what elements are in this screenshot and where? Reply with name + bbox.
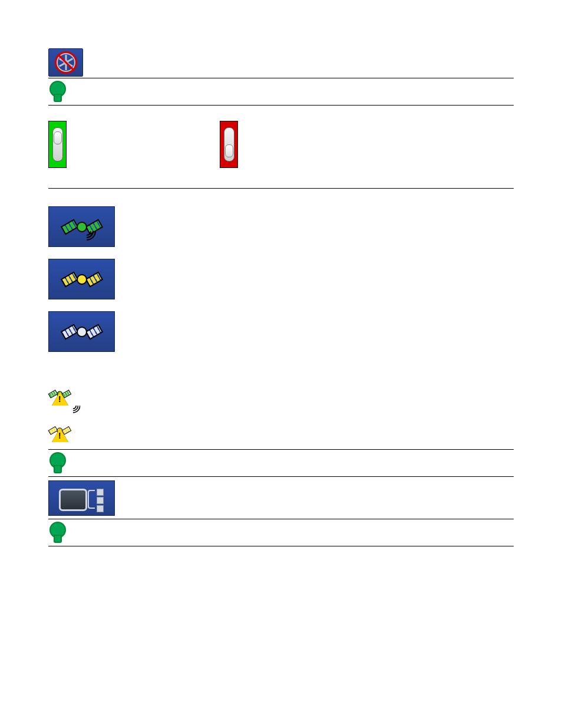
spacer bbox=[48, 413, 514, 423]
page bbox=[0, 0, 562, 570]
spacer bbox=[48, 353, 514, 370]
row-gps-degraded bbox=[48, 258, 514, 301]
satellite-warning-icon bbox=[48, 424, 74, 448]
row-autosteer-off bbox=[48, 47, 514, 78]
row-tip-1 bbox=[48, 78, 514, 106]
lightbulb-icon bbox=[48, 452, 65, 475]
satellite-good-icon bbox=[65, 216, 98, 238]
spacer bbox=[48, 301, 514, 310]
spacer bbox=[48, 189, 514, 205]
row-tip-3 bbox=[48, 519, 514, 546]
device-config-button[interactable] bbox=[48, 480, 115, 516]
satellite-degraded-icon bbox=[65, 268, 98, 291]
remote-switch-on-icon bbox=[52, 127, 63, 162]
gps-status-degraded[interactable] bbox=[48, 259, 115, 299]
satellite-warning-signal-icon bbox=[48, 388, 74, 411]
row-gps-good bbox=[48, 205, 514, 248]
gps-status-nofix[interactable] bbox=[48, 311, 115, 352]
spacer bbox=[48, 248, 514, 258]
remote-switch-off-icon bbox=[224, 127, 234, 162]
satellite-nofix-icon bbox=[65, 321, 98, 343]
lightbulb-icon bbox=[48, 81, 65, 103]
row-remote-switches bbox=[48, 106, 514, 189]
row-gps-warning-signal bbox=[48, 386, 514, 413]
autosteer-off-button[interactable] bbox=[48, 48, 83, 77]
remote-switch-on[interactable] bbox=[48, 121, 67, 168]
row-tip-2 bbox=[48, 450, 514, 477]
gps-status-good[interactable] bbox=[48, 206, 115, 247]
row-device-config bbox=[48, 477, 514, 519]
row-gps-nofix bbox=[48, 310, 514, 353]
row-gps-warning bbox=[48, 423, 514, 450]
remote-switch-off[interactable] bbox=[220, 121, 238, 168]
spacer bbox=[48, 370, 514, 386]
lightbulb-icon bbox=[48, 522, 65, 544]
device-configuration-icon bbox=[55, 484, 108, 512]
autosteer-off-icon bbox=[56, 52, 76, 73]
